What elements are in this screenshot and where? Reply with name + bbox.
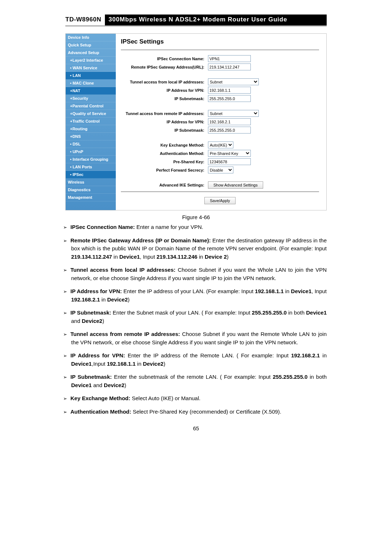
- field-label: Advanced IKE Settings:: [121, 183, 208, 187]
- select-input[interactable]: Auto(IKE): [208, 141, 233, 148]
- text-input[interactable]: [208, 87, 251, 94]
- text-input[interactable]: [208, 118, 251, 125]
- field-label: IP Address for VPN:: [121, 120, 208, 124]
- note-item: IPSec Connection Name: Enter a name for …: [71, 223, 327, 231]
- sidebar-item[interactable]: +Traffic Control: [66, 118, 116, 125]
- text-input[interactable]: [208, 95, 251, 102]
- note-item: Key Exchange Method: Select Auto (IKE) o…: [71, 394, 327, 403]
- sidebar-item[interactable]: +DNS: [66, 133, 116, 140]
- screenshot-panel: Device InfoQuick SetupAdvanced Setup+Lay…: [65, 33, 327, 210]
- field-label: Tunnel access from local IP addresses:: [121, 80, 208, 84]
- note-item: Remote IPSec Gateway Address (IP or Doma…: [71, 237, 327, 261]
- sidebar-item[interactable]: • IPSec: [66, 171, 116, 178]
- divider: [121, 192, 319, 192]
- text-input[interactable]: [208, 158, 251, 165]
- field-label: IP Address for VPN:: [121, 88, 208, 93]
- sidebar-item[interactable]: +NAT: [66, 87, 116, 95]
- field-label: IPSec Connection Name:: [121, 57, 208, 61]
- model-label: TD-W8960N: [65, 15, 105, 25]
- text-input[interactable]: [208, 55, 251, 62]
- note-item: IP Subnetmask: Enter the subnetmask of t…: [71, 373, 327, 389]
- field-label: Authentication Method:: [121, 151, 208, 156]
- text-input[interactable]: [208, 63, 251, 70]
- sidebar-item[interactable]: • MAC Clone: [66, 79, 116, 87]
- select-input[interactable]: Pre-Shared Key: [208, 150, 251, 157]
- field-label: Pre-Shared Key:: [121, 160, 208, 164]
- notes-list: IPSec Connection Name: Enter a name for …: [65, 223, 327, 416]
- sidebar-item[interactable]: • LAN Ports: [66, 163, 116, 171]
- sidebar-item[interactable]: +Routing: [66, 125, 116, 133]
- note-item: Tunnel access from remote IP addresses: …: [71, 330, 327, 346]
- select-input[interactable]: Subnet: [208, 110, 259, 117]
- sidebar-item[interactable]: • UPnP: [66, 148, 116, 156]
- field-label: IP Subnetmask:: [121, 97, 208, 101]
- figure-caption: Figure 4-66: [65, 214, 327, 220]
- field-label: IP Subnetmask:: [121, 128, 208, 132]
- note-item: Tunnel access from local IP addresses: C…: [71, 266, 327, 282]
- sidebar-item[interactable]: +Quality of Service: [66, 110, 116, 118]
- sidebar-item[interactable]: • DSL: [66, 140, 116, 148]
- sidebar-item[interactable]: Management: [66, 194, 116, 201]
- note-item: IP Address for VPN: Enter the IP address…: [71, 287, 327, 304]
- field-label: Perfect Forward Secrecy:: [121, 168, 208, 172]
- sidebar-item[interactable]: Quick Setup: [66, 41, 116, 49]
- field-label: Remote IPSec Gateway Address(URL):: [121, 65, 208, 69]
- note-item: IP Address for VPN: Enter the IP address…: [71, 352, 327, 368]
- sidebar-item[interactable]: • Interface Grouping: [66, 156, 116, 163]
- note-item: IP Subnetmask: Enter the Subnet mask of …: [71, 309, 327, 325]
- sidebar-item[interactable]: Diagnostics: [66, 186, 116, 194]
- panel-heading: IPSec Settings: [121, 38, 319, 45]
- sidebar-item[interactable]: +Parental Control: [66, 102, 116, 110]
- sidebar-item[interactable]: • WAN Service: [66, 64, 116, 72]
- sidebar-item[interactable]: Advanced Setup: [66, 49, 116, 57]
- save-apply-button[interactable]: Save/Apply: [204, 197, 236, 204]
- show-advanced-button[interactable]: Show Advanced Settings: [208, 181, 263, 189]
- sidebar: Device InfoQuick SetupAdvanced Setup+Lay…: [66, 34, 116, 210]
- page-header: TD-W8960N 300Mbps Wireless N ADSL2+ Mode…: [65, 15, 327, 26]
- select-input[interactable]: Subnet: [208, 78, 259, 85]
- field-label: Key Exchange Method:: [121, 143, 208, 147]
- divider: [121, 50, 319, 50]
- sidebar-item[interactable]: • LAN: [66, 72, 116, 79]
- content-area: IPSec Settings IPSec Connection Name:Rem…: [116, 34, 326, 210]
- select-input[interactable]: Disable: [208, 167, 233, 173]
- sidebar-item[interactable]: +Security: [66, 95, 116, 102]
- guide-title: 300Mbps Wireless N ADSL2+ Modem Router U…: [105, 15, 327, 25]
- note-item: Authentication Method: Select Pre-Shared…: [71, 408, 327, 416]
- sidebar-item[interactable]: Wireless: [66, 178, 116, 186]
- page-number: 65: [65, 425, 327, 431]
- sidebar-item[interactable]: +Layer2 Interface: [66, 57, 116, 64]
- field-label: Tunnel access from remote IP addresses:: [121, 111, 208, 116]
- sidebar-item[interactable]: Device Info: [66, 34, 116, 41]
- text-input[interactable]: [208, 127, 251, 134]
